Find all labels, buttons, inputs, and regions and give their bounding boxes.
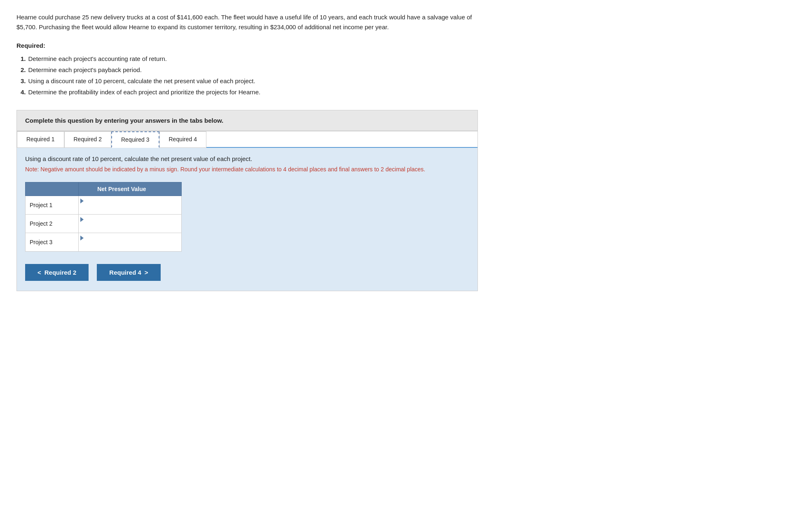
tabs-container: Required 1 Required 2 Required 3 Require… [16, 131, 478, 291]
required-item-2: 2. Determine each project's payback peri… [21, 64, 478, 75]
arrow-icon-1 [80, 198, 84, 203]
tab-required-1[interactable]: Required 1 [17, 131, 64, 148]
prev-button-label: Required 2 [44, 269, 77, 276]
required-item-1: 1. Determine each project's accounting r… [21, 53, 478, 64]
tab-required-3[interactable]: Required 3 [111, 131, 159, 148]
table-cell-project3-input[interactable] [78, 233, 181, 252]
required-heading: Required: [16, 42, 478, 49]
next-button[interactable]: Required 4 [97, 264, 160, 281]
prev-button[interactable]: Required 2 [25, 264, 89, 281]
nav-buttons: Required 2 Required 4 [25, 264, 469, 281]
table-cell-project1-input[interactable] [78, 196, 181, 215]
tabs-row: Required 1 Required 2 Required 3 Require… [17, 131, 477, 148]
chevron-right-icon [145, 269, 148, 276]
tab-required-4[interactable]: Required 4 [159, 131, 207, 148]
tab-instruction: Using a discount rate of 10 percent, cal… [25, 155, 469, 162]
required-item-3-num: 3. [21, 75, 26, 86]
table-row-project3: Project 3 [26, 233, 182, 252]
table-cell-project1-label: Project 1 [26, 196, 79, 215]
required-list: 1. Determine each project's accounting r… [21, 53, 478, 98]
input-project3-npv[interactable] [80, 240, 180, 250]
chevron-left-icon [37, 269, 41, 276]
data-table: Net Present Value Project 1 Project 2 [25, 182, 182, 252]
tab-required-2[interactable]: Required 2 [64, 131, 112, 148]
required-item-2-text: Determine each project's payback period. [28, 64, 142, 75]
table-cell-project3-label: Project 3 [26, 233, 79, 252]
intro-text: Hearne could purchase 25 new delivery tr… [16, 12, 478, 32]
required-item-4-num: 4. [21, 86, 26, 98]
required-item-2-num: 2. [21, 64, 26, 75]
table-header-empty [26, 182, 79, 196]
input-project2-npv[interactable] [80, 222, 180, 232]
next-button-label: Required 4 [109, 269, 141, 276]
tab-note: Note: Negative amount should be indicate… [25, 165, 469, 174]
required-item-4-text: Determine the profitability index of eac… [28, 86, 261, 98]
tab-content-required-3: Using a discount rate of 10 percent, cal… [17, 148, 477, 291]
required-item-4: 4. Determine the profitability index of … [21, 86, 478, 98]
table-row-project2: Project 2 [26, 215, 182, 233]
arrow-icon-3 [80, 236, 84, 240]
table-cell-project2-input[interactable] [78, 215, 181, 233]
required-item-1-num: 1. [21, 53, 26, 64]
required-item-3: 3. Using a discount rate of 10 percent, … [21, 75, 478, 86]
required-item-3-text: Using a discount rate of 10 percent, cal… [28, 75, 255, 86]
table-header-npv: Net Present Value [78, 182, 181, 196]
instruction-box-text: Complete this question by entering your … [25, 117, 469, 124]
table-cell-project2-label: Project 2 [26, 215, 79, 233]
table-row-project1: Project 1 [26, 196, 182, 215]
input-project1-npv[interactable] [80, 203, 180, 213]
instruction-box: Complete this question by entering your … [16, 110, 478, 131]
arrow-icon-2 [80, 217, 84, 222]
required-item-1-text: Determine each project's accounting rate… [28, 53, 167, 64]
